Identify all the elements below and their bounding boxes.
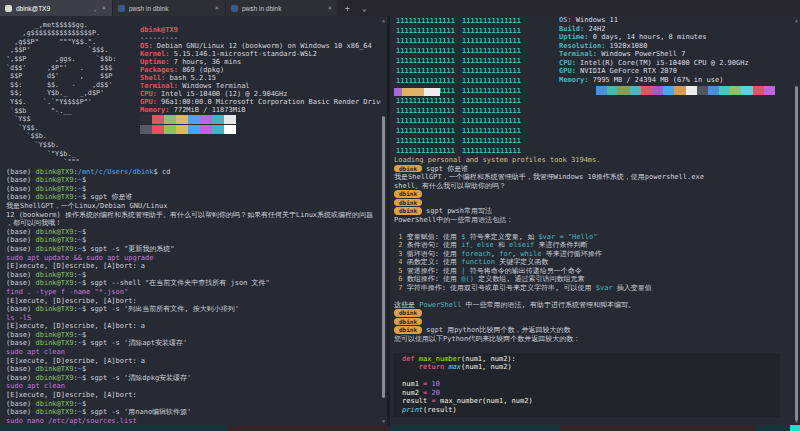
windows-logo-top-right: 11111111111111 11111111111111 1111111111… bbox=[462, 16, 521, 86]
palette-swatch bbox=[618, 86, 629, 95]
close-tab-icon[interactable]: × bbox=[327, 4, 333, 12]
text-segment: 10 bbox=[432, 380, 440, 388]
text-segment: sgpt -s "更新我的系统" bbox=[90, 245, 174, 253]
text-segment: = bbox=[423, 380, 431, 388]
palette-swatch bbox=[176, 125, 188, 134]
scroll-up-icon[interactable]: ▲ bbox=[380, 16, 387, 24]
text-segment: sudo apt update && sudo apt upgrade bbox=[6, 254, 154, 262]
text-segment: 定义数组, 通过索引访问数组元素 bbox=[474, 275, 585, 283]
terminal-line: def max_number(num1, num2): bbox=[402, 355, 780, 364]
text-segment: [E]xecute, [D]escribe, [A]bort: bbox=[6, 297, 137, 305]
text-segment: max_number(num1, num2) bbox=[440, 397, 533, 405]
scrollbar-thumb[interactable] bbox=[795, 86, 798, 421]
profile-loading-message: Loading personal and system profiles too… bbox=[394, 156, 793, 165]
text-segment: (base) bbox=[6, 331, 36, 339]
text-segment: 来进行条件判断 bbox=[534, 241, 587, 249]
text-segment: [E]xecute, [D]escribe, [A]bort: a bbox=[6, 262, 145, 270]
palette-swatch bbox=[394, 88, 402, 96]
text-segment: (base) bbox=[6, 305, 36, 313]
terminal-line bbox=[394, 343, 793, 352]
tab-2[interactable]: pwsh in dbink× bbox=[113, 0, 226, 16]
text-segment: (result) bbox=[423, 406, 457, 414]
mini-color-strip bbox=[394, 88, 440, 96]
palette-swatch bbox=[188, 115, 200, 124]
text-segment: sgpt 你是谁 bbox=[426, 165, 468, 173]
winfetch-field: Terminal: Windows PowerShell 7 bbox=[559, 50, 749, 59]
text-segment: /mnt/c/Users/dbink bbox=[78, 168, 154, 176]
wsl-terminal-pane[interactable]: dbinkwsl _,met$$$$$gg. ,g$$$$$$$$$$$$$$$… bbox=[0, 16, 381, 425]
text-segment: dbink@TX9 bbox=[36, 185, 74, 193]
text-segment: dbink@TX9 bbox=[36, 365, 74, 373]
text-segment: [E]xecute, [D]escribe, [A]bort: bbox=[6, 391, 137, 399]
text-segment: 循环语句: 使用 bbox=[407, 250, 462, 258]
text-segment: 符号来定义变量, 如 bbox=[466, 233, 539, 241]
text-segment: $ bbox=[82, 400, 90, 408]
text-segment: 中一些常用的语法, 有助于进行系统管理和脚本编写。 bbox=[461, 301, 635, 309]
terminal-line: 5 管道操作: 使用 | 符号将命令的输出传递给另一个命令 bbox=[394, 267, 793, 276]
scroll-up-icon[interactable]: ▲ bbox=[793, 16, 800, 24]
text-segment: $ bbox=[82, 236, 90, 244]
terminal-line: [E]xecute, [D]escribe, [A]bort: bbox=[6, 297, 381, 306]
text-segment: (num1, num2) bbox=[461, 363, 512, 371]
pwsh-icon bbox=[231, 5, 238, 12]
tab-dropdown-button[interactable]: ⌄ bbox=[356, 0, 373, 16]
neofetch-field: CPU: Intel i5-10400 (12) @ 2.904GHz bbox=[140, 90, 381, 98]
text-segment: dbink@TX9 bbox=[36, 245, 74, 253]
text-segment: $ bbox=[82, 271, 90, 279]
text-segment: dbink@TX9 bbox=[36, 279, 74, 287]
terminal-line: (base) dbink@TX9:/mnt/c/Users/dbink$ cd bbox=[6, 168, 381, 177]
palette-swatch bbox=[152, 125, 164, 134]
windows-logo-top-left: 11111111111111 11111111111111 1111111111… bbox=[396, 16, 455, 86]
text-segment: $ bbox=[82, 176, 90, 184]
terminal-line: [E]xecute, [D]escribe, [A]bort: a bbox=[6, 357, 381, 366]
text-segment: [E]xecute, [D]escribe, [A]bort: a bbox=[6, 357, 145, 365]
tab-3[interactable]: pwsh in dbink× bbox=[226, 0, 339, 16]
text-segment: dbink@TX9 bbox=[36, 236, 74, 244]
text-segment: (base) bbox=[6, 245, 36, 253]
close-tab-icon[interactable]: × bbox=[214, 4, 220, 12]
scroll-down-icon[interactable]: ▼ bbox=[793, 417, 800, 425]
terminal-line: sudo apt update && sudo apt upgrade bbox=[6, 254, 381, 263]
palette-swatch bbox=[741, 86, 752, 95]
right-pane-scrollbar[interactable]: ▲ ▼ bbox=[793, 16, 800, 425]
new-tab-button[interactable]: + bbox=[339, 0, 356, 16]
palette-swatch bbox=[164, 115, 176, 124]
terminal-line: (base) dbink@TX9:~$ bbox=[6, 185, 381, 194]
terminal-line: (base) dbink@TX9:~$ bbox=[6, 331, 381, 340]
winfetch-field: CPU: Intel(R) Core(TM) i5-10400 CPU @ 2.… bbox=[559, 59, 749, 68]
palette-swatch bbox=[764, 86, 775, 95]
prompt-pill: dbink bbox=[394, 318, 422, 326]
prompt-pill: dbink bbox=[394, 207, 422, 215]
text-segment: sgpt --shell "在当前文件夹中查找所有 json 文件" bbox=[90, 279, 270, 287]
scroll-down-icon[interactable]: ▼ bbox=[380, 417, 387, 425]
close-tab-icon[interactable]: × bbox=[101, 4, 107, 12]
neofetch-separator: --------- bbox=[140, 34, 381, 42]
terminal-color-palette-bright bbox=[140, 125, 381, 134]
terminal-line: ls -lS bbox=[6, 314, 381, 323]
border-segment bbox=[228, 425, 390, 431]
scrollbar-thumb[interactable] bbox=[382, 116, 385, 398]
neofetch-field: Uptime: 7 hours, 36 mins bbox=[140, 58, 381, 66]
palette-swatch bbox=[140, 115, 152, 124]
pwsh-terminal-pane[interactable]: 11111111111111 11111111111111 1111111111… bbox=[390, 16, 793, 425]
window-bottom-border bbox=[0, 425, 800, 431]
neofetch-field: Terminal: Windows Terminal bbox=[140, 82, 381, 90]
text-segment: 3 bbox=[394, 250, 407, 258]
text-segment: $var = "Hello" bbox=[538, 233, 597, 241]
terminal-line: [E]xecute, [D]escribe, [A]bort: a bbox=[6, 262, 381, 271]
text-segment: while bbox=[520, 250, 541, 258]
text-segment: dbink@TX9 bbox=[36, 176, 74, 184]
text-segment: dbink@TX9 bbox=[36, 331, 74, 339]
terminal-line: (base) dbink@TX9:~$ sgpt -s '用nano编辑软件源' bbox=[6, 408, 381, 417]
text-segment: dbink@TX9 bbox=[36, 271, 74, 279]
text-segment: 和 bbox=[494, 241, 509, 249]
text-segment: (base) bbox=[6, 271, 36, 279]
terminal-line bbox=[394, 224, 793, 233]
text-segment: 我是ShellGPT，一个Linux/Debian GNU/Linux bbox=[6, 202, 167, 210]
terminal-line: num2 = 20 bbox=[402, 389, 780, 398]
text-segment: for bbox=[499, 250, 512, 258]
text-segment: sgpt 你是谁 bbox=[90, 193, 132, 201]
tab-1[interactable]: dbink@TX9⌄× bbox=[0, 0, 113, 16]
left-pane-scrollbar[interactable]: ▲ ▼ bbox=[380, 16, 387, 425]
text-segment: dbink@TX9 bbox=[36, 339, 74, 347]
